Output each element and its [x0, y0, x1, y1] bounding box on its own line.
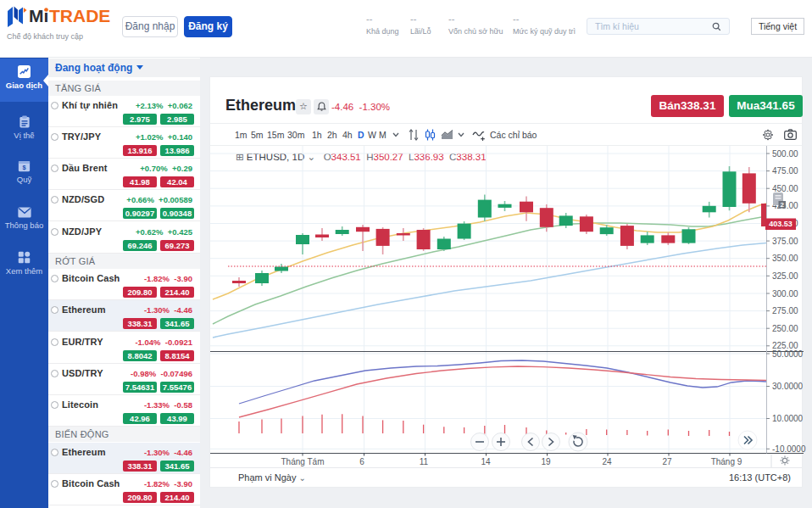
svg-text:500.00: 500.00: [772, 149, 798, 159]
svg-text:Tháng 9: Tháng 9: [711, 457, 742, 466]
svg-text:Tháng Tám: Tháng Tám: [281, 457, 325, 466]
svg-text:10.0000: 10.0000: [772, 414, 804, 423]
svg-text:450.00: 450.00: [772, 184, 798, 193]
svg-text:300.00: 300.00: [772, 289, 798, 299]
svg-text:325.00: 325.00: [772, 271, 798, 281]
svg-text:TRADE: TRADE: [49, 6, 110, 25]
svg-text:50.0000: 50.0000: [772, 349, 804, 359]
svg-text:2: 2: [781, 201, 785, 209]
svg-text:6: 6: [359, 457, 364, 466]
svg-text:350.00: 350.00: [772, 254, 798, 263]
svg-text:375.00: 375.00: [772, 237, 798, 246]
svg-text:27: 27: [662, 457, 672, 466]
svg-text:19: 19: [541, 457, 551, 466]
svg-text:403.53: 403.53: [769, 220, 793, 228]
svg-text:475.00: 475.00: [772, 166, 798, 176]
svg-text:30.0000: 30.0000: [772, 382, 804, 391]
svg-text:275.00: 275.00: [772, 306, 798, 315]
svg-text:$: $: [22, 164, 25, 171]
svg-text:14: 14: [481, 457, 491, 466]
svg-text:-10.0000: -10.0000: [772, 444, 806, 454]
svg-text:24: 24: [602, 457, 612, 466]
svg-text:11: 11: [420, 457, 429, 466]
svg-text:250.00: 250.00: [772, 324, 798, 333]
